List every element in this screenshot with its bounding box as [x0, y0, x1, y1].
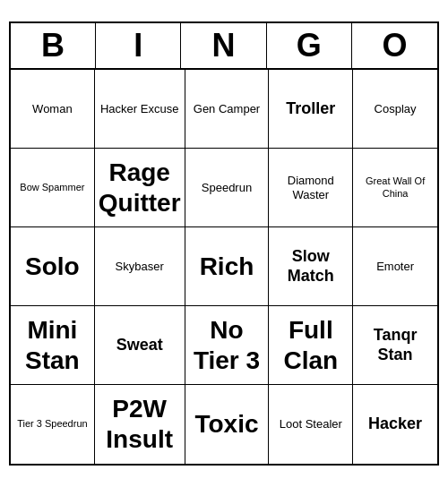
bingo-cell-21: P2W Insult [95, 385, 185, 464]
cell-text-7: Speedrun [202, 181, 252, 195]
bingo-cell-8: Diamond Waster [269, 149, 353, 227]
cell-text-3: Troller [286, 99, 335, 119]
bingo-grid: WomanHacker ExcuseGen CamperTrollerCospl… [11, 70, 437, 464]
bingo-cell-6: Rage Quitter [95, 149, 185, 227]
cell-text-17: No Tier 3 [189, 315, 265, 375]
bingo-cell-16: Sweat [95, 306, 185, 385]
bingo-cell-14: Emoter [353, 227, 437, 306]
cell-text-23: Loot Stealer [280, 417, 342, 431]
cell-text-9: Great Wall Of China [357, 175, 434, 199]
cell-text-4: Cosplay [375, 102, 417, 116]
bingo-card: BINGO WomanHacker ExcuseGen CamperTrolle… [9, 21, 439, 466]
cell-text-14: Emoter [376, 260, 414, 274]
header-letter-B: B [11, 23, 96, 68]
header-letter-G: G [267, 23, 352, 68]
bingo-header: BINGO [11, 23, 437, 70]
bingo-cell-1: Hacker Excuse [95, 70, 185, 149]
cell-text-19: Tanqr Stan [357, 326, 434, 364]
header-letter-I: I [96, 23, 181, 68]
cell-text-13: Slow Match [272, 247, 349, 286]
cell-text-8: Diamond Waster [272, 174, 349, 201]
bingo-cell-20: Tier 3 Speedrun [11, 385, 95, 464]
bingo-cell-3: Troller [269, 70, 353, 149]
bingo-cell-2: Gen Camper [185, 70, 270, 149]
cell-text-6: Rage Quitter [99, 158, 181, 218]
bingo-cell-9: Great Wall Of China [353, 149, 437, 227]
cell-text-20: Tier 3 Speedrun [17, 418, 87, 430]
bingo-cell-15: Mini Stan [11, 306, 95, 385]
cell-text-21: P2W Insult [99, 394, 181, 454]
bingo-cell-12: Rich [185, 227, 270, 306]
bingo-cell-4: Cosplay [353, 70, 437, 149]
cell-text-15: Mini Stan [14, 315, 90, 375]
header-letter-O: O [352, 23, 437, 68]
cell-text-22: Toxic [194, 409, 258, 440]
bingo-cell-24: Hacker [353, 385, 437, 464]
bingo-cell-13: Slow Match [269, 227, 353, 306]
bingo-cell-7: Speedrun [185, 149, 270, 227]
bingo-cell-17: No Tier 3 [185, 306, 270, 385]
bingo-cell-23: Loot Stealer [269, 385, 353, 464]
cell-text-11: Skybaser [116, 260, 164, 274]
cell-text-2: Gen Camper [194, 102, 260, 116]
cell-text-1: Hacker Excuse [100, 102, 178, 116]
bingo-cell-0: Woman [11, 70, 95, 149]
cell-text-12: Rich [200, 252, 254, 282]
cell-text-5: Bow Spammer [20, 182, 84, 193]
cell-text-18: Full Clan [272, 315, 349, 375]
bingo-cell-18: Full Clan [269, 306, 353, 385]
bingo-cell-10: Solo [11, 227, 95, 306]
cell-text-10: Solo [25, 252, 80, 282]
bingo-cell-11: Skybaser [95, 227, 185, 306]
header-letter-N: N [181, 23, 266, 68]
cell-text-16: Sweat [116, 336, 163, 355]
bingo-cell-22: Toxic [185, 385, 270, 464]
bingo-cell-19: Tanqr Stan [353, 306, 437, 385]
cell-text-24: Hacker [368, 414, 422, 434]
cell-text-0: Woman [32, 102, 73, 116]
bingo-cell-5: Bow Spammer [11, 149, 95, 227]
